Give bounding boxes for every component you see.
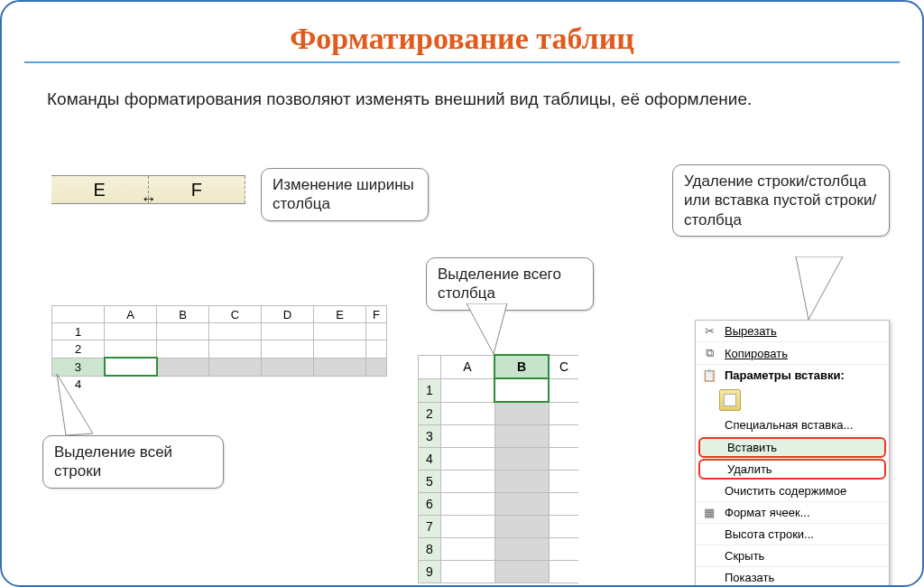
menu-hide-label: Скрыть [725,549,764,563]
svg-marker-2 [796,256,843,320]
col-header: A [441,355,495,378]
col-header-E: E [51,176,149,203]
menu-row-height-label: Высота строки... [725,527,814,541]
col-header: D [262,306,314,323]
row-header: 3 [419,425,441,448]
menu-format-cells[interactable]: ▦ Формат ячеек... [696,502,889,524]
svg-marker-1 [467,303,507,354]
callout-select-row: Выделение всей строки [42,435,224,489]
row-header: 1 [419,378,441,402]
menu-paste-params-label: Параметры вставки: [725,368,845,382]
format-icon: ▦ [701,506,717,519]
menu-format-cells-label: Формат ячеек... [725,506,810,519]
col-header-selected: B [494,355,549,378]
slide-subtitle: Команды форматирования позволяют изменят… [47,89,877,111]
col-header: F [366,306,387,323]
menu-show-label: Показать [725,571,774,584]
col-header-F: F [149,176,246,203]
resize-arrow-icon: ↔ [141,190,157,209]
menu-special-paste-label: Специальная вставка... [725,418,853,432]
callout-tail-icon [55,372,109,439]
menu-delete-label: Удалить [727,462,772,476]
column-select-table: A B C 1 2 3 4 5 6 7 8 9 [418,354,578,583]
svg-marker-0 [57,374,93,435]
row-header: 6 [419,493,441,516]
row-header: 7 [419,516,441,538]
callout-select-row-text: Выделение всей строки [54,443,172,480]
menu-delete[interactable]: Удалить [698,459,886,480]
row-header: 4 [419,448,441,471]
callout-column-width: Изменение ширины столбца [261,168,429,221]
callout-delete-insert: Удаление строки/столбца или вставка пуст… [672,164,890,237]
row-header: 2 [419,402,441,425]
col-header: C [209,306,262,323]
col-header: C [549,355,578,378]
corner-cell [52,306,105,323]
col-header: E [314,306,366,323]
row-header: 9 [419,561,441,583]
menu-copy-label: Копировать [725,347,788,360]
slide: Форматирование таблиц Команды форматиров… [0,0,924,587]
callout-tail-icon [778,256,850,323]
row-header: 5 [419,471,441,493]
corner-cell [419,355,441,378]
callout-delete-insert-text: Удаление строки/столбца или вставка пуст… [684,172,876,228]
callout-tail-icon [457,303,521,358]
callout-select-column-text: Выделение всего столбца [438,266,561,302]
callout-select-column: Выделение всего столбца [426,257,594,311]
col-header: A [105,306,157,323]
menu-insert-label: Вставить [727,441,777,454]
menu-cut-label: Вырезать [725,324,777,338]
menu-clear-label: Очистить содержимое [725,484,846,498]
column-width-demo: E F ↔ [51,175,245,219]
row-header: 8 [419,538,441,561]
menu-row-height[interactable]: Высота строки... [696,524,889,545]
paste-option-icon[interactable] [719,389,741,411]
row-header: 2 [52,340,105,359]
menu-copy[interactable]: ⧉ Копировать [696,342,889,365]
menu-hide[interactable]: Скрыть [696,545,889,567]
col-header: B [157,306,209,323]
row-header: 1 [52,323,105,340]
menu-paste-params: 📋 Параметры вставки: [696,365,889,386]
callout-column-width-text: Изменение ширины столбца [273,176,414,212]
menu-clear[interactable]: Очистить содержимое [696,480,889,502]
title-underline [24,61,900,63]
menu-special-paste[interactable]: Специальная вставка... [696,415,889,436]
menu-cut[interactable]: ✂ Вырезать [696,321,889,342]
slide-title: Форматирование таблиц [2,22,922,56]
copy-icon: ⧉ [701,346,717,360]
clipboard-icon: 📋 [701,368,717,382]
menu-insert[interactable]: Вставить [698,437,886,458]
menu-show[interactable]: Показать [696,567,889,587]
context-menu: ✂ Вырезать ⧉ Копировать 📋 Параметры вста… [695,320,890,587]
scissors-icon: ✂ [701,324,717,338]
